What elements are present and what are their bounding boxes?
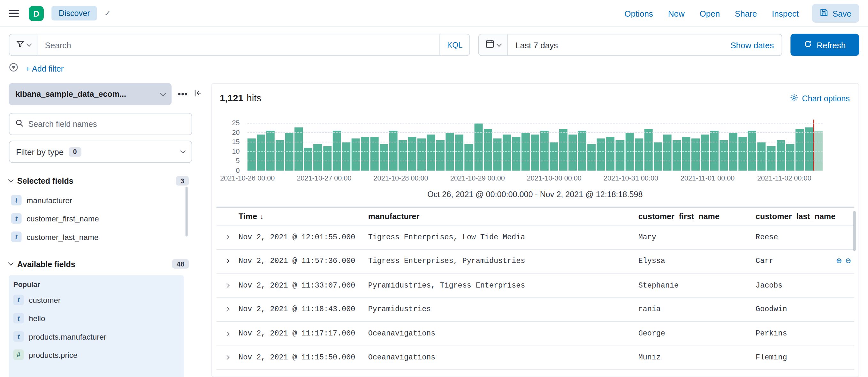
histogram-bar[interactable] [654,142,662,171]
histogram-bar[interactable] [248,138,256,170]
field-item[interactable]: tcustomer_first_name [9,209,183,228]
histogram-bar[interactable] [720,140,728,170]
histogram-bar[interactable] [663,135,671,171]
histogram-bar[interactable] [474,123,483,171]
query-language-button[interactable]: KQL [440,34,470,55]
saved-query-menu-button[interactable] [9,34,38,55]
collapse-sidebar-icon[interactable] [193,88,203,100]
histogram-bar[interactable] [323,146,331,171]
histogram-bar[interactable] [436,140,444,170]
histogram-bar[interactable] [389,131,397,171]
expand-row-icon[interactable] [223,331,229,336]
histogram-bar[interactable] [691,138,700,170]
available-fields-header[interactable]: Available fields 48 [9,259,192,268]
histogram-bar[interactable] [314,144,322,171]
main-scrollbar[interactable] [853,211,856,251]
menu-hamburger-icon[interactable] [9,9,19,17]
histogram-bar[interactable] [644,129,652,171]
field-item[interactable]: thello [9,309,184,327]
histogram-bar[interactable] [634,138,643,170]
expand-row-icon[interactable] [223,283,229,287]
x-axis-tick-label: 2021-10-27 00:00 [297,174,351,182]
current-time-marker [813,119,814,170]
histogram-bar[interactable] [767,146,775,171]
histogram-bar[interactable] [805,127,813,171]
histogram-bar[interactable] [276,140,284,170]
histogram-bar[interactable] [380,144,388,171]
field-item[interactable]: #products.price [9,346,184,364]
nav-link-new[interactable]: New [668,9,685,18]
chart-options-button[interactable]: Chart options [790,94,852,104]
histogram-bar[interactable] [568,135,577,171]
time-range-value[interactable]: Last 7 days [508,34,566,55]
refresh-button[interactable]: Refresh [790,34,859,56]
histogram-bar[interactable] [493,138,501,170]
nav-link-options[interactable]: Options [624,9,653,18]
field-item[interactable]: tcustomer_last_name [9,228,183,246]
field-item[interactable]: tproducts.manufacturer [9,327,184,345]
search-input[interactable] [38,34,440,55]
column-header-customer_first_name[interactable]: customer_first_name [636,212,753,221]
histogram-bar[interactable] [710,131,718,171]
field-search-input[interactable] [28,119,185,128]
histogram-bar[interactable] [748,131,756,171]
table-header-row: Time↓manufacturercustomer_first_namecust… [217,207,854,225]
histogram-bar[interactable] [559,129,567,171]
breadcrumb-discover[interactable]: Discover [52,6,97,21]
column-header-time[interactable]: Time↓ [236,212,366,221]
histogram-bar[interactable] [295,127,303,171]
space-avatar[interactable]: D [29,6,44,21]
save-button[interactable]: Save [812,4,859,23]
histogram-bar[interactable] [333,131,341,171]
filter-out-icon[interactable]: ⊖ [846,257,851,266]
y-axis-tick-label: 5 [236,158,240,165]
nav-link-inspect[interactable]: Inspect [772,9,799,18]
column-header-customer_last_name[interactable]: customer_last_name [753,212,854,221]
histogram-bar[interactable] [597,138,605,170]
histogram-bar[interactable] [266,131,275,171]
histogram-bar[interactable] [776,140,785,170]
sidebar-scrollbar[interactable] [186,186,188,236]
expand-row-icon[interactable] [223,235,229,239]
add-filter-button[interactable]: + Add filter [26,64,64,73]
nav-link-open[interactable]: Open [700,9,720,18]
filter-icon[interactable] [9,63,18,74]
histogram-bar[interactable] [786,144,794,171]
histogram-bar[interactable] [351,138,360,170]
histogram-bar[interactable] [757,142,766,171]
hits-label: hits [247,93,261,104]
histogram-bar[interactable] [616,140,624,170]
date-quick-select-button[interactable] [479,34,508,55]
histogram-bar[interactable] [342,142,350,171]
histogram-bar[interactable] [795,129,804,171]
nav-link-share[interactable]: Share [735,9,757,18]
histogram-bar[interactable] [399,140,407,170]
column-header-manufacturer[interactable]: manufacturer [366,212,636,221]
histogram-bar[interactable] [417,138,426,170]
index-pattern-select[interactable]: kibana_sample_data_ecom... [9,83,172,105]
histogram-bar[interactable] [257,135,265,171]
histogram-bar[interactable] [550,142,558,171]
histogram-bar[interactable] [814,131,822,171]
expand-row-icon[interactable] [223,259,229,263]
histogram-bar[interactable] [531,135,539,171]
filter-by-type-select[interactable]: Filter by type 0 [9,141,192,163]
histogram-bar[interactable] [427,135,435,171]
histogram-bar[interactable] [455,135,464,171]
show-dates-button[interactable]: Show dates [723,34,781,55]
field-item[interactable]: tcustomer [9,291,184,309]
filter-for-icon[interactable]: ⊕ [836,257,842,266]
histogram-bar[interactable] [465,144,473,171]
field-item[interactable]: tmanufacturer [9,191,183,209]
histogram-bar[interactable] [588,144,596,171]
selected-fields-header[interactable]: Selected fields 3 [9,176,192,185]
expand-row-icon[interactable] [223,356,229,359]
histogram-bar[interactable] [578,131,586,171]
expand-row-icon[interactable] [223,307,229,311]
boxes-horizontal-icon[interactable] [178,93,187,95]
histogram-bar[interactable] [701,135,709,171]
histogram-bar[interactable] [540,131,549,171]
histogram-bar[interactable] [484,129,492,171]
histogram-bar[interactable] [673,140,681,170]
histogram-bar[interactable] [502,135,510,171]
